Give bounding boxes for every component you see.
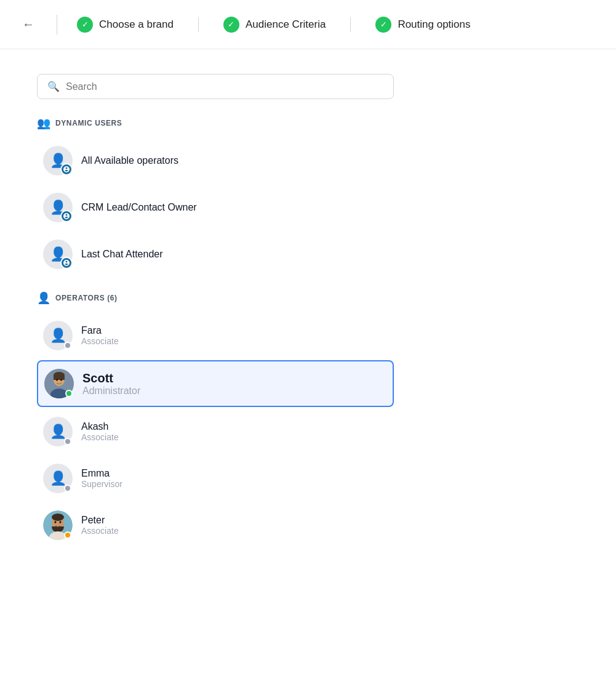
avatar-emma-icon: 👤 <box>50 470 66 486</box>
svg-rect-3 <box>54 375 65 380</box>
search-box: 🔍 <box>37 74 394 99</box>
step-check-audience-criteria: ✓ <box>223 17 239 33</box>
step-choose-brand: ✓ Choose a brand <box>77 17 174 33</box>
item-info-crm-lead: CRM Lead/Contact Owner <box>81 202 197 213</box>
step-audience-criteria: ✓ Audience Criteria <box>223 17 326 33</box>
item-info-scott: Scott Administrator <box>82 371 140 397</box>
item-info-peter: Peter Associate <box>81 515 119 536</box>
status-dot-peter <box>64 531 71 539</box>
list-item-peter[interactable]: Peter Associate <box>37 503 394 547</box>
header: ← ✓ Choose a brand ✓ Audience Criteria ✓… <box>0 0 616 49</box>
item-name-emma: Emma <box>81 468 122 479</box>
svg-point-11 <box>55 521 57 523</box>
item-info-akash: Akash Associate <box>81 421 119 442</box>
step-separator-1 <box>198 17 199 32</box>
operators-icon: 👤 <box>37 291 50 305</box>
list-item-akash[interactable]: 👤 Akash Associate <box>37 409 394 454</box>
step-label-routing-options: Routing options <box>398 18 470 31</box>
avatar-akash-icon: 👤 <box>50 424 66 440</box>
step-check-choose-brand: ✓ <box>77 17 93 33</box>
dynamic-users-icon: 👥 <box>37 116 50 130</box>
item-info-all-available: All Available operators <box>81 155 178 166</box>
main-content: 🔍 👥 DYNAMIC USERS 👤 All Available operat… <box>0 49 431 574</box>
item-name-peter: Peter <box>81 515 119 526</box>
item-name-scott: Scott <box>82 371 140 385</box>
item-role-fara: Associate <box>81 336 119 346</box>
step-separator-2 <box>350 17 351 32</box>
list-item-emma[interactable]: 👤 Emma Supervisor <box>37 456 394 501</box>
list-item-fara[interactable]: 👤 Fara Associate <box>37 313 394 358</box>
avatar-last-chat: 👤 <box>43 240 73 269</box>
avatar-peter-wrapper <box>43 510 73 540</box>
operators-section: 👤 OPERATORS (6) 👤 Fara Associate <box>37 291 394 547</box>
list-item-all-available[interactable]: 👤 All Available operators <box>37 139 394 183</box>
item-info-fara: Fara Associate <box>81 325 119 346</box>
status-dot-scott <box>65 390 73 397</box>
back-button[interactable]: ← <box>20 15 37 34</box>
item-name-fara: Fara <box>81 325 119 336</box>
avatar-scott-wrapper <box>44 369 74 398</box>
status-dot-fara <box>64 342 71 349</box>
item-role-emma: Supervisor <box>81 479 122 489</box>
status-dot-emma <box>64 485 71 492</box>
badge-last-chat <box>60 257 73 269</box>
badge-all-available <box>60 163 73 175</box>
operators-header: 👤 OPERATORS (6) <box>37 291 394 305</box>
item-name-last-chat: Last Chat Attender <box>81 249 163 260</box>
item-role-scott: Administrator <box>82 385 140 397</box>
item-name-all-available: All Available operators <box>81 155 178 166</box>
list-item-last-chat[interactable]: 👤 Last Chat Attender <box>37 232 394 276</box>
list-item-crm-lead[interactable]: 👤 CRM Lead/Contact Owner <box>37 185 394 230</box>
svg-point-12 <box>60 521 62 523</box>
item-role-peter: Associate <box>81 526 119 536</box>
svg-point-6 <box>60 379 62 381</box>
search-icon: 🔍 <box>47 81 60 92</box>
header-divider <box>57 15 57 34</box>
svg-point-9 <box>52 514 64 521</box>
item-role-akash: Associate <box>81 432 119 442</box>
step-check-routing-options: ✓ <box>375 17 391 33</box>
avatar-fara-icon: 👤 <box>50 328 66 344</box>
dynamic-users-header: 👥 DYNAMIC USERS <box>37 116 394 130</box>
avatar-fara: 👤 <box>43 321 73 350</box>
status-dot-akash <box>64 438 71 445</box>
avatar-emma: 👤 <box>43 464 73 493</box>
avatar-crm-lead: 👤 <box>43 193 73 222</box>
step-label-choose-brand: Choose a brand <box>99 18 174 31</box>
step-routing-options: ✓ Routing options <box>375 17 470 33</box>
avatar-all-available: 👤 <box>43 146 73 175</box>
item-info-last-chat: Last Chat Attender <box>81 249 163 260</box>
back-arrow-icon: ← <box>22 17 34 31</box>
list-item-scott[interactable]: Scott Administrator <box>37 360 394 407</box>
dynamic-users-title: DYNAMIC USERS <box>55 119 122 127</box>
item-name-crm-lead: CRM Lead/Contact Owner <box>81 202 197 213</box>
badge-crm-lead <box>60 210 73 222</box>
item-info-emma: Emma Supervisor <box>81 468 122 489</box>
avatar-akash: 👤 <box>43 417 73 446</box>
step-label-audience-criteria: Audience Criteria <box>246 18 326 31</box>
search-input[interactable] <box>66 81 383 92</box>
dynamic-users-section: 👥 DYNAMIC USERS 👤 All Available operator… <box>37 116 394 276</box>
svg-point-5 <box>56 379 58 381</box>
operators-title: OPERATORS (6) <box>55 294 118 302</box>
item-name-akash: Akash <box>81 421 119 432</box>
